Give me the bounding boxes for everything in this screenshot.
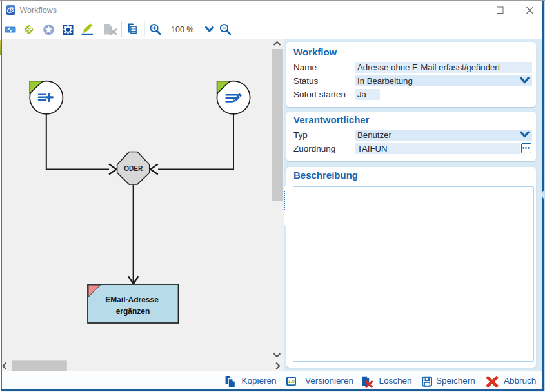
svg-text:1.0: 1.0 <box>288 378 294 384</box>
svg-text:EMail-Adresse: EMail-Adresse <box>105 295 159 304</box>
svg-text:100 %: 100 % <box>171 25 193 34</box>
svg-text:ODER: ODER <box>124 165 143 172</box>
svg-text:ergänzen: ergänzen <box>116 307 150 316</box>
